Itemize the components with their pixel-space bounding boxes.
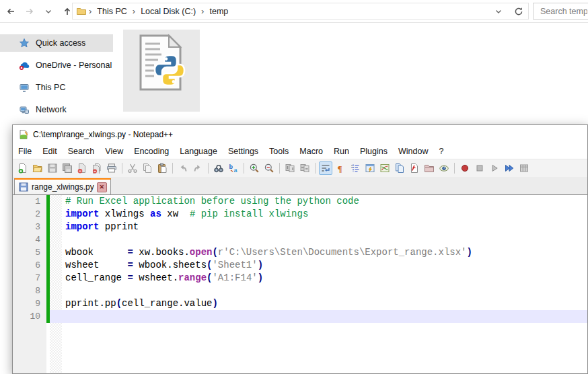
- sidebar-item-quick-access[interactable]: Quick access: [0, 34, 113, 52]
- menu-help[interactable]: ?: [433, 145, 449, 157]
- monitoring-button[interactable]: [408, 161, 421, 175]
- menu-tools[interactable]: Tools: [264, 145, 294, 157]
- code-line-8[interactable]: 8: [13, 285, 587, 297]
- document-map-button[interactable]: [378, 161, 392, 175]
- line-number: 8: [13, 285, 46, 297]
- print-button[interactable]: [105, 161, 118, 175]
- code-line-10[interactable]: 10: [13, 310, 587, 323]
- code-line-5[interactable]: 5wbook = xw.books.open(r'C:\Users\Sten\D…: [13, 246, 587, 259]
- macro-record-button[interactable]: [458, 161, 472, 175]
- folder-as-workspace-button[interactable]: [422, 161, 436, 175]
- menu-language[interactable]: Language: [174, 145, 223, 157]
- show-all-chars-button[interactable]: ¶: [334, 161, 347, 175]
- sync-horizontal-button[interactable]: [298, 161, 311, 175]
- menu-view[interactable]: View: [100, 145, 128, 157]
- line-number: 3: [13, 221, 46, 233]
- macro-play-button[interactable]: [488, 161, 501, 175]
- view-eye-button[interactable]: [437, 161, 451, 175]
- document-switcher-button[interactable]: [393, 161, 406, 175]
- macro-run-multiple-icon: [504, 163, 515, 174]
- save-all-button[interactable]: [61, 161, 74, 175]
- code-text: import xlwings as xw # pip install xlwin…: [62, 208, 587, 221]
- new-file-button[interactable]: [16, 161, 30, 175]
- address-dropdown-button[interactable]: [490, 3, 507, 20]
- refresh-button[interactable]: [511, 3, 527, 20]
- editor-empty-area[interactable]: [13, 323, 587, 373]
- recent-locations-button[interactable]: [40, 3, 57, 20]
- document-map-icon: [379, 163, 390, 174]
- open-folder-button[interactable]: [31, 161, 44, 175]
- cut-button[interactable]: [126, 161, 139, 175]
- line-number: 1: [13, 195, 46, 208]
- sidebar-item-onedrive[interactable]: OneDrive - Personal: [0, 57, 113, 74]
- find-button[interactable]: [212, 161, 225, 175]
- zoom-in-button[interactable]: [248, 161, 261, 175]
- code-line-9[interactable]: 9pprint.pp(cell_range.value): [13, 297, 587, 310]
- code-line-3[interactable]: 3import pprint: [13, 221, 587, 233]
- show-all-chars-icon: ¶: [335, 163, 346, 174]
- up-arrow-icon: [62, 6, 73, 17]
- code-line-1[interactable]: 1# Run Excel application before using th…: [13, 195, 587, 208]
- code-text: wsheet = wbook.sheets('Sheet1'): [62, 259, 587, 272]
- copy-button[interactable]: [141, 161, 154, 175]
- toolbar-separator: [122, 163, 122, 174]
- breadcrumb-item[interactable]: temp: [206, 5, 231, 18]
- fold-margin: [50, 297, 62, 310]
- view-eye-icon: [439, 163, 449, 174]
- code-line-6[interactable]: 6wsheet = wbook.sheets('Sheet1'): [13, 259, 587, 272]
- chevron-down-icon: [493, 6, 504, 17]
- onedrive-icon: [19, 60, 36, 71]
- close-all-docs-button[interactable]: [90, 161, 104, 175]
- sync-vertical-button[interactable]: [283, 161, 297, 175]
- address-bar[interactable]: ›This PC›Local Disk (C:)›temp: [72, 3, 529, 20]
- copy-icon: [142, 163, 153, 174]
- editor[interactable]: 1# Run Excel application before using th…: [13, 195, 587, 373]
- macro-stop-button[interactable]: [473, 161, 486, 175]
- code-line-4[interactable]: 4: [13, 233, 587, 246]
- line-number: 5: [13, 246, 46, 259]
- save-button[interactable]: [46, 161, 59, 175]
- tab-close-icon[interactable]: ✕: [97, 182, 107, 192]
- menu-search[interactable]: Search: [63, 145, 100, 157]
- breadcrumb-item[interactable]: Local Disk (C:): [137, 5, 199, 18]
- menu-run[interactable]: Run: [328, 145, 355, 157]
- menu-encoding[interactable]: Encoding: [128, 145, 174, 157]
- search-box[interactable]: [533, 3, 588, 20]
- sidebar-item-this-pc[interactable]: This PC: [0, 79, 113, 96]
- zoom-in-icon: [249, 163, 260, 174]
- paste-icon: [157, 163, 168, 174]
- zoom-out-button[interactable]: [262, 161, 276, 175]
- search-input[interactable]: [539, 6, 588, 17]
- breadcrumb-item[interactable]: This PC: [94, 5, 130, 18]
- menu-window[interactable]: Window: [393, 145, 433, 157]
- word-wrap-icon: [320, 163, 331, 174]
- breadcrumb-separator-icon: ›: [87, 6, 94, 16]
- paste-button[interactable]: [155, 161, 169, 175]
- menu-settings[interactable]: Settings: [223, 145, 264, 157]
- menu-plugins[interactable]: Plugins: [355, 145, 393, 157]
- redo-button[interactable]: [191, 161, 205, 175]
- refresh-icon: [513, 6, 524, 17]
- macro-save-icon: [519, 163, 529, 174]
- sidebar-item-label: This PC: [36, 83, 65, 92]
- replace-button[interactable]: ba: [227, 161, 240, 175]
- file-tile-range_xlwings-py[interactable]: [123, 30, 200, 112]
- menu-file[interactable]: File: [13, 145, 37, 157]
- code-line-2[interactable]: 2import xlwings as xw # pip install xlwi…: [13, 208, 587, 221]
- menu-edit[interactable]: Edit: [37, 145, 63, 157]
- back-button[interactable]: [3, 3, 19, 20]
- undo-button[interactable]: [176, 161, 190, 175]
- indent-guide-button[interactable]: [348, 161, 362, 175]
- macro-save-button[interactable]: [517, 161, 531, 175]
- macro-run-multiple-button[interactable]: [503, 161, 516, 175]
- fold-margin: [50, 208, 62, 221]
- sidebar-item-network[interactable]: Network: [0, 101, 113, 118]
- close-doc-button[interactable]: [75, 161, 89, 175]
- tab-range-xlwings[interactable]: range_xlwings.py ✕: [14, 178, 111, 194]
- title-bar[interactable]: C:\temp\range_xlwings.py - Notepad++: [13, 125, 587, 144]
- menu-macro[interactable]: Macro: [294, 145, 328, 157]
- word-wrap-button[interactable]: [319, 161, 332, 175]
- forward-button[interactable]: [22, 3, 38, 20]
- code-line-7[interactable]: 7cell_range = wsheet.range('A1:F14'): [13, 272, 587, 285]
- function-list-button[interactable]: [363, 161, 377, 175]
